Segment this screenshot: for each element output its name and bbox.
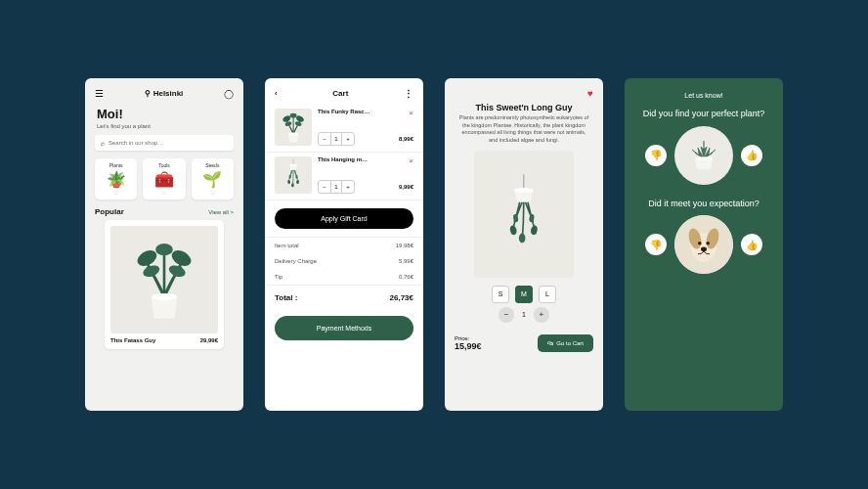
qty-plus[interactable]: +	[534, 307, 549, 323]
heart-icon: ♡	[113, 190, 118, 196]
qty-value: 1	[330, 133, 342, 145]
plant-icon: 🪴	[99, 170, 133, 189]
feedback-header: Let us know!	[684, 92, 722, 99]
feedback-row-1: 👎 👍	[645, 126, 762, 185]
location-text: Helsinki	[153, 89, 184, 98]
question-1: Did you find your perfect plant?	[643, 109, 765, 120]
heart-icon: ♡	[210, 190, 215, 196]
product-card[interactable]: This Fatass Guy 29,99€	[105, 220, 224, 349]
search-input[interactable]	[108, 140, 228, 146]
cart-screen: ‹ Cart ⋮ This Funky Rasc… × − 1 + 8,99€	[265, 78, 423, 411]
seeds-icon: 🌱	[195, 170, 230, 189]
item-thumb	[275, 156, 312, 194]
total-label: Total :	[275, 293, 297, 302]
row-value: 5,99€	[399, 258, 413, 264]
back-icon[interactable]: ‹	[275, 89, 278, 98]
summary-row: Tip 0,76€	[275, 269, 413, 285]
product-desc: Plants are predominantly photosynthetic …	[445, 114, 603, 151]
category-seeds[interactable]: Seeds 🌱 ♡	[192, 158, 234, 200]
cart-label: Go to Cart	[556, 340, 584, 346]
cart-item: This Funky Rasc… × − 1 + 8,99€	[265, 105, 423, 153]
view-all-link[interactable]: View all >	[208, 209, 234, 215]
qty-value: 1	[330, 181, 342, 193]
row-label: Item total	[275, 243, 299, 248]
item-thumb	[275, 109, 312, 146]
home-header: ☰ ⚲ Helsinki ◯	[85, 78, 243, 103]
qty-row: − 1 +	[445, 307, 603, 323]
tools-icon: 🧰	[147, 170, 181, 189]
item-price: 8,99€	[399, 136, 413, 142]
total-row: Total : 26,73€	[265, 285, 423, 310]
cart-title: Cart	[332, 89, 348, 98]
row-label: Tip	[275, 274, 282, 280]
product-image	[110, 226, 218, 333]
search-bar[interactable]: ⌕	[95, 135, 234, 151]
thumbs-up-icon[interactable]: 👍	[741, 234, 762, 255]
payment-button[interactable]: Payment Methods	[275, 316, 413, 340]
location-pin-icon: ⚲	[145, 89, 151, 98]
thumbs-down-icon[interactable]: 👎	[645, 234, 667, 255]
thumbs-down-icon[interactable]: 👎	[645, 145, 667, 166]
qty-minus[interactable]: −	[319, 181, 330, 193]
row-value: 19,98€	[396, 243, 413, 248]
summary-row: Delivery Charge 5,99€	[275, 253, 413, 269]
thumbs-up-icon[interactable]: 👍	[741, 145, 762, 166]
product-screen: ♥ This Sweet'n Long Guy Plants are predo…	[445, 78, 603, 411]
go-to-cart-button[interactable]: 🛍 Go to Cart	[538, 334, 593, 352]
heart-icon: ♡	[161, 190, 166, 196]
favorite-icon[interactable]: ♥	[587, 88, 593, 99]
item-price: 9,99€	[399, 184, 413, 190]
product-footer: Price: 15,99€ 🛍 Go to Cart	[445, 331, 603, 356]
remove-icon[interactable]: ×	[409, 109, 413, 117]
category-label: Seeds	[195, 162, 230, 168]
product-title: This Sweet'n Long Guy	[445, 103, 603, 114]
more-icon[interactable]: ⋮	[404, 88, 413, 99]
greeting: Moi!	[85, 103, 243, 121]
qty-plus[interactable]: +	[342, 133, 354, 145]
summary-row: Item total 19,98€	[275, 238, 413, 253]
location-header[interactable]: ⚲ Helsinki	[145, 89, 184, 98]
menu-icon[interactable]: ☰	[95, 88, 104, 99]
gift-card-button[interactable]: Apply Gift Card	[275, 208, 413, 229]
qty-control: − 1 +	[318, 180, 355, 194]
total-value: 26,73€	[390, 293, 413, 302]
user-icon[interactable]: ◯	[224, 89, 234, 99]
home-screen: ☰ ⚲ Helsinki ◯ Moi! Let's find you a pla…	[85, 78, 243, 411]
product-header: ♥	[445, 78, 603, 103]
cart-header: ‹ Cart ⋮	[265, 78, 423, 105]
row-value: 0,76€	[399, 274, 413, 280]
popular-header: Popular View all >	[85, 200, 243, 220]
qty-minus[interactable]: −	[319, 133, 330, 145]
feedback-screen: Let us know! Did you find your perfect p…	[625, 78, 783, 411]
size-m[interactable]: M	[515, 286, 533, 303]
category-tools[interactable]: Tools 🧰 ♡	[143, 158, 185, 200]
subtitle: Let's find you a plant	[85, 121, 243, 135]
size-s[interactable]: S	[492, 286, 509, 303]
category-plants[interactable]: Plants 🪴 ♡	[95, 158, 137, 200]
feedback-row-2: 👎 👍	[645, 215, 762, 274]
qty-value: 1	[522, 311, 526, 318]
qty-control: − 1 +	[318, 132, 355, 146]
category-label: Plants	[99, 162, 133, 168]
cart-item: This Hanging m… × − 1 + 9,99€	[265, 153, 423, 200]
qty-plus[interactable]: +	[342, 181, 354, 193]
category-label: Tools	[147, 162, 181, 168]
question-2: Did it meet you expectation?	[648, 199, 760, 210]
remove-icon[interactable]: ×	[409, 156, 413, 165]
item-name: This Funky Rasc…	[318, 109, 370, 117]
category-row: Plants 🪴 ♡ Tools 🧰 ♡ Seeds 🌱 ♡	[85, 158, 243, 200]
product-name: This Fatass Guy	[110, 337, 155, 343]
feedback-image-dog	[674, 215, 733, 274]
size-selector: S M L	[445, 286, 603, 303]
product-image	[474, 151, 574, 278]
cart-icon: 🛍	[547, 340, 553, 346]
price: 15,99€	[455, 341, 482, 351]
summary-rows: Item total 19,98€ Delivery Charge 5,99€ …	[265, 237, 423, 285]
size-l[interactable]: L	[539, 286, 556, 303]
feedback-image-plant	[674, 126, 733, 185]
row-label: Delivery Charge	[275, 258, 317, 264]
search-icon: ⌕	[101, 140, 105, 147]
qty-minus[interactable]: −	[499, 307, 514, 323]
product-price: 29,99€	[200, 337, 218, 343]
item-name: This Hanging m…	[318, 156, 368, 165]
